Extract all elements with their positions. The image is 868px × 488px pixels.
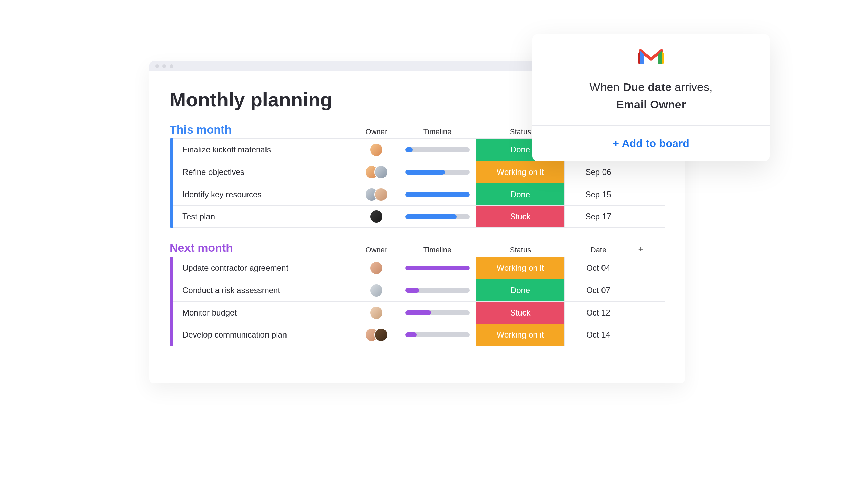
task-name[interactable]: Conduct a risk assessment xyxy=(173,279,354,301)
date-cell[interactable]: Oct 14 xyxy=(565,324,632,346)
status-cell[interactable]: Done xyxy=(476,279,565,301)
table-row[interactable]: Identify key resources Done Sep 15 xyxy=(173,183,665,205)
date-cell[interactable]: Sep 06 xyxy=(565,161,632,183)
row-extra-cell xyxy=(632,206,649,227)
avatar[interactable] xyxy=(370,210,383,223)
date-cell[interactable]: Oct 07 xyxy=(565,279,632,301)
row-extra-cell xyxy=(632,279,649,301)
task-name[interactable]: Refine objectives xyxy=(173,161,354,183)
add-to-board-button[interactable]: + Add to board xyxy=(542,126,760,161)
table-row[interactable]: Conduct a risk assessment Done Oct 07 xyxy=(173,279,665,301)
avatar[interactable] xyxy=(370,261,383,275)
task-name[interactable]: Test plan xyxy=(173,206,354,227)
timeline-cell[interactable] xyxy=(398,183,476,205)
group-title[interactable]: This month xyxy=(170,123,354,136)
column-header-owner[interactable]: Owner xyxy=(354,127,398,136)
row-extra-cell xyxy=(632,324,649,346)
row-extra-cell xyxy=(632,302,649,324)
status-cell[interactable]: Stuck xyxy=(476,206,565,227)
add-column-button[interactable]: + xyxy=(632,244,649,255)
timeline-cell[interactable] xyxy=(398,139,476,161)
owner-cell[interactable] xyxy=(354,279,398,301)
group-header-next-month: Next month Owner Timeline Status Date + xyxy=(170,241,665,255)
column-header-status[interactable]: Status xyxy=(476,246,565,255)
timeline-cell[interactable] xyxy=(398,302,476,324)
timeline-cell[interactable] xyxy=(398,257,476,279)
column-header-timeline[interactable]: Timeline xyxy=(398,246,476,255)
row-extra-cell xyxy=(632,257,649,279)
task-name[interactable]: Finalize kickoff materials xyxy=(173,139,354,161)
avatar[interactable] xyxy=(374,328,388,342)
date-cell[interactable]: Sep 17 xyxy=(565,206,632,227)
timeline-cell[interactable] xyxy=(398,324,476,346)
owner-cell[interactable] xyxy=(354,139,398,161)
window-control-dot[interactable] xyxy=(162,64,166,68)
status-cell[interactable]: Done xyxy=(476,183,565,205)
avatar[interactable] xyxy=(370,143,383,157)
owner-cell[interactable] xyxy=(354,161,398,183)
task-name[interactable]: Update contractor agreement xyxy=(173,257,354,279)
automation-rule-text: When Due date arrives, Email Owner xyxy=(542,79,760,113)
avatar[interactable] xyxy=(374,188,388,201)
task-name[interactable]: Identify key resources xyxy=(173,183,354,205)
status-cell[interactable]: Working on it xyxy=(476,257,565,279)
row-extra-cell xyxy=(632,161,649,183)
column-header-owner[interactable]: Owner xyxy=(354,246,398,255)
owner-cell[interactable] xyxy=(354,183,398,205)
status-cell[interactable]: Working on it xyxy=(476,161,565,183)
automation-text-post: arrives, xyxy=(671,81,712,94)
task-table-next-month: Update contractor agreement Working on i… xyxy=(170,257,665,346)
column-header-date[interactable]: Date xyxy=(565,246,632,255)
status-cell[interactable]: Working on it xyxy=(476,324,565,346)
owner-cell[interactable] xyxy=(354,324,398,346)
task-name[interactable]: Monitor budget xyxy=(173,302,354,324)
table-row[interactable]: Refine objectives Working on it Sep 06 xyxy=(173,161,665,183)
group-title[interactable]: Next month xyxy=(170,241,354,255)
task-name[interactable]: Develop communication plan xyxy=(173,324,354,346)
timeline-cell[interactable] xyxy=(398,279,476,301)
status-cell[interactable]: Stuck xyxy=(476,302,565,324)
automation-text-pre: When xyxy=(590,81,623,94)
avatar[interactable] xyxy=(374,165,388,179)
avatar[interactable] xyxy=(370,284,383,297)
table-row[interactable]: Update contractor agreement Working on i… xyxy=(173,257,665,279)
table-row[interactable]: Test plan Stuck Sep 17 xyxy=(173,205,665,228)
window-control-dot[interactable] xyxy=(170,64,173,68)
timeline-cell[interactable] xyxy=(398,161,476,183)
table-row[interactable]: Develop communication plan Working on it… xyxy=(173,324,665,346)
owner-cell[interactable] xyxy=(354,257,398,279)
row-extra-cell xyxy=(632,183,649,205)
automation-text-action: Email Owner xyxy=(616,98,686,111)
avatar[interactable] xyxy=(370,306,383,320)
column-header-timeline[interactable]: Timeline xyxy=(398,127,476,136)
gmail-icon xyxy=(638,47,664,67)
date-cell[interactable]: Sep 15 xyxy=(565,183,632,205)
owner-cell[interactable] xyxy=(354,206,398,227)
date-cell[interactable]: Oct 12 xyxy=(565,302,632,324)
date-cell[interactable]: Oct 04 xyxy=(565,257,632,279)
automation-card: When Due date arrives, Email Owner + Add… xyxy=(532,34,770,161)
timeline-cell[interactable] xyxy=(398,206,476,227)
window-control-dot[interactable] xyxy=(155,64,159,68)
owner-cell[interactable] xyxy=(354,302,398,324)
table-row[interactable]: Monitor budget Stuck Oct 12 xyxy=(173,301,665,324)
automation-text-trigger: Due date xyxy=(623,81,672,94)
